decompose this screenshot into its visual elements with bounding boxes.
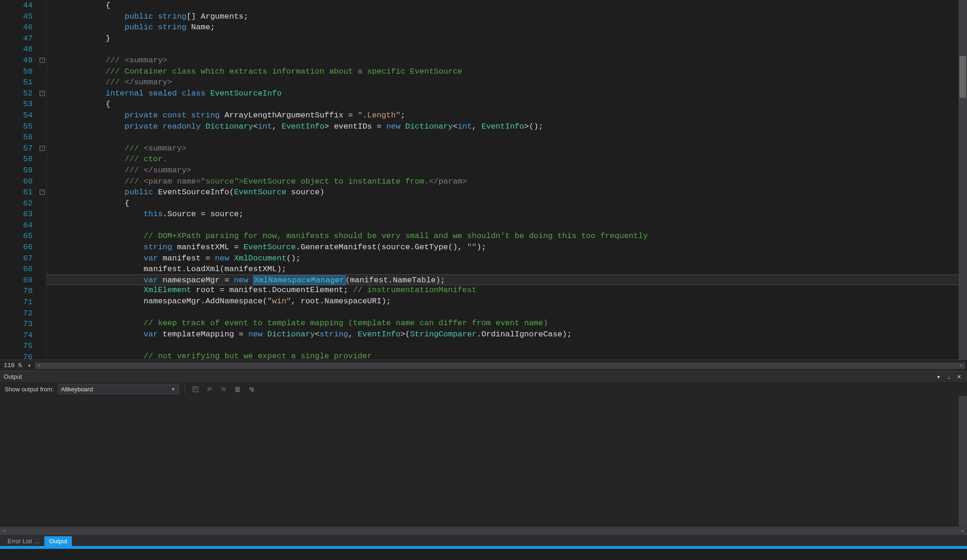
output-toolbar: Show output from: Altkeyboard ▼ <box>0 382 967 396</box>
clear-all-button[interactable] <box>233 384 243 394</box>
line-number: 66 <box>0 242 33 253</box>
line-number: 74 <box>0 330 33 341</box>
line-number: 49 <box>0 55 33 66</box>
code-line[interactable]: { <box>47 99 967 110</box>
show-output-from-label: Show output from: <box>5 386 54 393</box>
bottom-tab-strip: Error List … Output <box>0 535 967 546</box>
line-number: 52 <box>0 88 33 99</box>
code-line[interactable]: string manifestXML = EventSource.Generat… <box>47 242 967 253</box>
code-line[interactable]: // keep track of event to template mappi… <box>47 318 967 329</box>
code-line[interactable]: /// ctor. <box>47 154 967 165</box>
editor-vertical-scrollbar[interactable] <box>959 0 967 360</box>
line-number: 62 <box>0 198 33 209</box>
code-line[interactable]: public EventSourceInfo(EventSource sourc… <box>47 187 967 198</box>
line-number: 69 <box>0 275 33 286</box>
output-panel: Output ▾ ⟂ ✕ Show output from: Altkeyboa… <box>0 371 967 535</box>
code-line[interactable]: { <box>47 0 967 11</box>
code-line[interactable]: XmlElement root = manifest.DocumentEleme… <box>47 285 967 296</box>
line-number: 56 <box>0 132 33 143</box>
line-number: 68 <box>0 264 33 275</box>
fold-toggle-icon[interactable]: − <box>40 91 45 96</box>
code-line[interactable]: /// </summary> <box>47 165 967 176</box>
code-content[interactable]: { public string[] Arguments; public stri… <box>47 0 967 360</box>
code-line[interactable] <box>47 340 967 351</box>
code-editor[interactable]: 4445464748495051525354555657585960616263… <box>0 0 967 371</box>
line-number: 45 <box>0 11 33 22</box>
line-number: 63 <box>0 209 33 220</box>
line-number: 47 <box>0 33 33 44</box>
line-number: 58 <box>0 154 33 165</box>
next-button[interactable] <box>219 384 229 394</box>
code-line[interactable] <box>47 132 967 143</box>
code-line[interactable]: /// </summary> <box>47 77 967 88</box>
close-icon[interactable]: ✕ <box>955 373 963 381</box>
line-number-gutter: 4445464748495051525354555657585960616263… <box>0 0 38 360</box>
line-number: 67 <box>0 253 33 264</box>
line-number: 61 <box>0 187 33 198</box>
fold-toggle-icon[interactable]: − <box>40 58 45 63</box>
previous-button[interactable] <box>205 384 215 394</box>
code-line[interactable]: internal sealed class EventSourceInfo <box>47 88 967 99</box>
code-line[interactable]: // not verifying but we expect a single … <box>47 351 967 360</box>
output-text-area[interactable] <box>0 396 967 526</box>
code-line[interactable]: { <box>47 198 967 209</box>
zoom-dropdown-icon[interactable]: ▾ <box>26 362 33 369</box>
code-line[interactable]: manifest.LoadXml(manifestXML); <box>47 264 967 275</box>
output-source-combo[interactable]: Altkeyboard ▼ <box>58 384 179 394</box>
line-number: 71 <box>0 297 33 308</box>
line-number: 59 <box>0 165 33 176</box>
line-number: 73 <box>0 319 33 330</box>
code-line[interactable]: private readonly Dictionary<int, EventIn… <box>47 121 967 132</box>
output-panel-header[interactable]: Output ▾ ⟂ ✕ <box>0 371 967 382</box>
tab-error-list[interactable]: Error List … <box>3 536 44 546</box>
code-line[interactable] <box>47 307 967 318</box>
chevron-down-icon: ▼ <box>171 387 176 392</box>
line-number: 48 <box>0 44 33 55</box>
output-horizontal-scrollbar[interactable]: ◂ ▸ <box>0 526 967 535</box>
line-number: 54 <box>0 110 33 121</box>
toggle-word-wrap-button[interactable] <box>247 384 257 394</box>
code-line[interactable]: /// <param name="source">EventSource obj… <box>47 176 967 187</box>
line-number: 55 <box>0 121 33 132</box>
fold-toggle-icon[interactable]: − <box>40 146 45 151</box>
pin-icon[interactable]: ⟂ <box>945 373 953 381</box>
line-number: 72 <box>0 308 33 319</box>
code-line[interactable]: public string[] Arguments; <box>47 11 967 22</box>
line-number: 60 <box>0 176 33 187</box>
find-message-button[interactable] <box>191 384 201 394</box>
line-number: 65 <box>0 231 33 242</box>
fold-toggle-icon[interactable]: − <box>40 190 45 195</box>
code-line[interactable]: public string Name; <box>47 22 967 33</box>
editor-horizontal-scrollbar[interactable]: ◂ ▸ <box>35 362 965 369</box>
window-position-icon[interactable]: ▾ <box>934 373 943 381</box>
code-line[interactable]: this.Source = source; <box>47 209 967 220</box>
output-panel-title: Output <box>4 373 932 380</box>
line-number: 75 <box>0 341 33 352</box>
line-number: 50 <box>0 66 33 77</box>
code-line[interactable]: /// Container class which extracts infor… <box>47 66 967 77</box>
code-line[interactable]: // DOM+XPath parsing for now, manifests … <box>47 231 967 242</box>
code-line[interactable]: var namespaceMgr = new XmlNamespaceManag… <box>47 274 967 286</box>
code-line[interactable]: private const string ArrayLengthArgument… <box>47 110 967 121</box>
zoom-level[interactable]: 110 % <box>0 362 26 369</box>
line-number: 57 <box>0 143 33 154</box>
code-line[interactable]: var templateMapping = new Dictionary<str… <box>47 329 967 340</box>
code-line[interactable]: /// <summary> <box>47 143 967 154</box>
code-line[interactable]: var manifest = new XmlDocument(); <box>47 253 967 264</box>
code-line[interactable] <box>47 220 967 231</box>
selected-token: XmlNamespaceManager <box>253 275 345 285</box>
editor-footer-bar: 110 % ▾ ◂ ▸ <box>0 360 967 371</box>
toolbar-separator <box>185 384 185 394</box>
code-line[interactable]: /// <summary> <box>47 55 967 66</box>
line-number: 46 <box>0 22 33 33</box>
code-line[interactable]: namespaceMgr.AddNamespace("win", root.Na… <box>47 296 967 307</box>
output-vertical-scrollbar[interactable] <box>959 396 967 526</box>
line-number: 70 <box>0 286 33 297</box>
code-line[interactable] <box>47 44 967 55</box>
line-number: 53 <box>0 99 33 110</box>
code-line[interactable]: } <box>47 33 967 44</box>
line-number: 44 <box>0 0 33 11</box>
fold-column[interactable]: −−−− <box>38 0 47 360</box>
tab-output[interactable]: Output <box>44 536 72 546</box>
output-source-value: Altkeyboard <box>61 386 171 393</box>
